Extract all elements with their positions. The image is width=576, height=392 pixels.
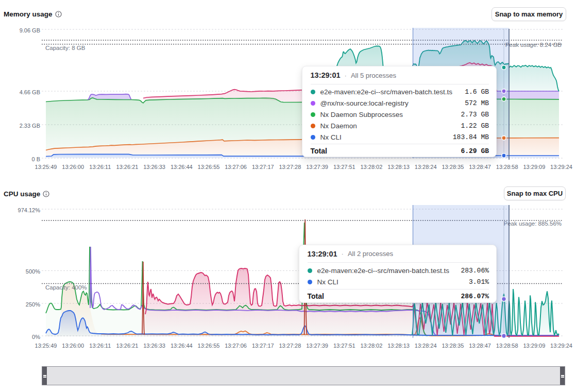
svg-text:13:26:00: 13:26:00 [62,343,84,349]
svg-text:13:25:49: 13:25:49 [35,164,57,170]
svg-text:13:27:51: 13:27:51 [333,343,355,349]
svg-text:13:29:24: 13:29:24 [550,343,572,349]
svg-text:13:28:13: 13:28:13 [387,164,410,170]
svg-text:13:28:13: 13:28:13 [387,343,410,349]
svg-text:13:26:44: 13:26:44 [171,343,193,349]
svg-text:13:26:11: 13:26:11 [89,343,111,349]
svg-text:13:26:33: 13:26:33 [143,343,165,349]
svg-text:13:27:39: 13:27:39 [306,343,328,349]
svg-text:Capacity: 8 GB: Capacity: 8 GB [45,45,86,51]
svg-text:13:29:09: 13:29:09 [523,343,545,349]
svg-text:500%: 500% [26,268,40,275]
svg-text:4.66 GB: 4.66 GB [20,89,40,95]
svg-text:13:28:47: 13:28:47 [469,164,491,170]
svg-text:9.06 GB: 9.06 GB [20,27,40,33]
svg-text:13:26:55: 13:26:55 [198,164,220,170]
svg-text:13:26:55: 13:26:55 [198,343,220,349]
svg-text:13:29:09: 13:29:09 [523,164,545,170]
svg-text:Capacity: 400%: Capacity: 400% [45,284,87,291]
svg-text:13:28:47: 13:28:47 [469,343,491,349]
svg-text:13:27:51: 13:27:51 [333,164,355,170]
svg-text:13:28:58: 13:28:58 [496,343,518,349]
svg-text:13:26:11: 13:26:11 [89,164,111,170]
svg-text:13:26:21: 13:26:21 [116,343,139,349]
svg-text:13:27:28: 13:27:28 [279,164,301,170]
svg-text:0%: 0% [32,334,40,340]
svg-text:13:28:35: 13:28:35 [442,343,464,349]
svg-text:13:27:28: 13:27:28 [279,343,301,349]
svg-text:13:27:17: 13:27:17 [252,343,274,349]
svg-text:13:25:49: 13:25:49 [35,343,57,349]
svg-text:13:26:21: 13:26:21 [116,164,139,170]
svg-text:0 B: 0 B [31,156,40,162]
svg-text:250%: 250% [26,301,40,308]
svg-text:13:26:00: 13:26:00 [62,164,84,170]
svg-text:13:27:17: 13:27:17 [252,164,274,170]
svg-text:974.12%: 974.12% [18,207,41,213]
svg-text:13:28:02: 13:28:02 [360,164,382,170]
svg-text:Peak usage: 8.24 GB: Peak usage: 8.24 GB [505,42,562,48]
svg-text:13:28:35: 13:28:35 [442,164,464,170]
svg-text:13:26:33: 13:26:33 [143,164,165,170]
svg-text:13:27:06: 13:27:06 [225,164,247,170]
svg-text:13:28:24: 13:28:24 [415,343,437,349]
svg-text:Peak usage: 885.56%: Peak usage: 885.56% [503,220,562,227]
svg-text:13:29:24: 13:29:24 [550,164,572,170]
svg-text:13:28:02: 13:28:02 [360,343,382,349]
svg-text:13:28:58: 13:28:58 [496,164,518,170]
svg-text:13:27:06: 13:27:06 [225,343,247,349]
svg-text:13:26:44: 13:26:44 [171,164,193,170]
svg-text:2.33 GB: 2.33 GB [20,123,40,129]
svg-text:13:27:39: 13:27:39 [306,164,328,170]
svg-text:13:28:24: 13:28:24 [415,164,437,170]
